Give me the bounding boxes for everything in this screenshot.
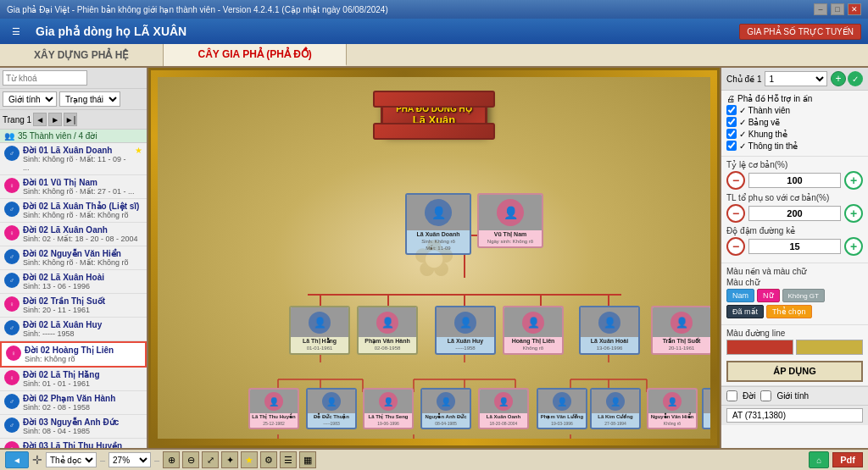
tab-family-tree[interactable]: CÂY GIA PHẢ (PHẢ ĐỒ) xyxy=(164,44,346,66)
pdf-btn[interactable]: Pdf xyxy=(832,452,863,467)
person-card-gen3-4[interactable]: 👤 Nguyễn Anh Đức 08-04-1985 xyxy=(420,388,471,429)
person-card-gen2-5[interactable]: 👤 Lã Xuân Hoài 13-06-1996 xyxy=(579,306,640,355)
apply-btn[interactable]: ÁP DỤNG xyxy=(726,361,863,382)
checkbox-member-input[interactable] xyxy=(726,105,737,115)
person-card-gen2-2[interactable]: 👤 Phạm Văn Hành 02-08-1958 xyxy=(357,306,418,355)
member-item[interactable]: ♀Đời 03 Lã Thị Thu HuyềnSinh: 25 - 12 - … xyxy=(0,439,147,448)
theme-select[interactable]: 123 xyxy=(765,71,827,86)
search-input[interactable] xyxy=(3,70,87,86)
person-card-gen3-9[interactable]: 👤 Lã Xuân Thảo Không rõ xyxy=(702,388,720,429)
checkbox-frame[interactable]: ✓ Khung thẻ xyxy=(726,129,863,139)
confirm-btn[interactable]: ✓ xyxy=(848,71,863,86)
tool-zoom-out[interactable]: ⊖ xyxy=(182,451,199,468)
person-card-gen3-8[interactable]: 👤 Nguyễn Văn Hiển Không rõ xyxy=(647,388,698,429)
line-width-decrease-btn[interactable]: − xyxy=(726,237,745,256)
scale-tl-value: 200 xyxy=(748,206,841,221)
add-theme-btn[interactable]: + xyxy=(831,71,846,86)
tool-gear[interactable]: ⚙ xyxy=(260,451,277,468)
avatar: 👤 xyxy=(379,392,398,411)
tab-build-tree[interactable]: XÂY DỰNG PHẢ HỆ xyxy=(0,44,164,66)
tool-star1[interactable]: ✦ xyxy=(221,451,238,468)
card-info: Ngày sinh: Không rõ xyxy=(479,239,542,246)
person-card-gen3-6[interactable]: 👤 Phạm Văn Lường 19-03-1996 xyxy=(537,388,587,429)
card-info: Không rõ xyxy=(504,346,562,353)
checkbox-frame-input[interactable] xyxy=(726,129,737,139)
member-item[interactable]: ♂Đời 02 Nguyễn Văn HiểnSinh: Không rõ · … xyxy=(0,246,147,270)
person-card-gen2-7[interactable]: 👤 Lã Xuân Thảo Không rõ xyxy=(719,306,720,355)
member-item[interactable]: ♂Đời 03 Nguyễn Anh ĐứcSinh: 08 - 04 - 19… xyxy=(0,415,147,439)
member-item[interactable]: ♀Đời 02 Hoàng Thị LiênSinh: Không rõ xyxy=(0,341,147,368)
member-avatar: ♂ xyxy=(4,249,19,264)
person-card-gen2-6[interactable]: 👤 Trần Thị Suốt 20-11-1961 xyxy=(651,306,712,355)
tool-zoom-in[interactable]: ⊕ xyxy=(163,451,180,468)
line-width-increase-btn[interactable]: + xyxy=(844,237,863,256)
card-photo: 👤 xyxy=(359,307,416,337)
tool-star2[interactable]: ★ xyxy=(241,451,258,468)
scale-tl-increase-btn[interactable]: + xyxy=(844,204,863,223)
avatar-female: 👤 xyxy=(497,199,524,226)
next-page-btn[interactable]: ► xyxy=(48,113,62,126)
member-item[interactable]: ♀Đời 01 Vũ Thị NamSinh: Không rõ · Mất: … xyxy=(0,175,147,199)
zoom-select[interactable]: 27% 50% 100% xyxy=(108,452,151,467)
checkbox-info[interactable]: ✓ Thông tin thẻ xyxy=(726,141,863,151)
member-item[interactable]: ♀Đời 02 Trần Thị SuốtSinh: 20 - 11 - 196… xyxy=(0,294,147,318)
hamburger-menu-btn[interactable]: ☰ xyxy=(7,25,25,39)
person-card-gen3-3[interactable]: 👤 Lã Thị Thu Seng 19-06-1996 xyxy=(363,388,414,429)
color-male-btn[interactable]: Nam xyxy=(726,289,754,302)
scale-tl-control: − 200 + xyxy=(726,204,863,223)
checkbox-board[interactable]: ✓ Bảng vẽ xyxy=(726,117,863,127)
online-service-btn[interactable]: GIA PHẢ SỐ TRỰC TUYẾN xyxy=(739,24,861,40)
prev-page-btn[interactable]: ◄ xyxy=(33,113,47,126)
footer-checkbox-doi[interactable] xyxy=(726,390,737,401)
tree-area[interactable]: ✿ PHẢ ĐỒ DÒNG HỌ Lã Xuân xyxy=(148,68,720,448)
line-width-value: 15 xyxy=(748,239,841,254)
member-item[interactable]: ♂Đời 02 Lã Xuân HoàiSinh: 13 - 06 - 1996 xyxy=(0,270,147,294)
tool-fit[interactable]: ⤢ xyxy=(202,451,219,468)
color-section: Màu nền và màu chữ Màu chữ Nam Nữ Không … xyxy=(721,263,868,325)
tool-grid[interactable]: ▦ xyxy=(299,451,316,468)
member-item[interactable]: ♀Đời 02 Lã Xuân OanhSinh: 02 · Mất: 18 -… xyxy=(0,223,147,246)
scale-increase-btn[interactable]: + xyxy=(844,171,863,190)
person-card-gen2-1[interactable]: 👤 Lã Thị Hằng 01-01-1961 xyxy=(289,306,350,355)
gender-filter[interactable]: Giới tính xyxy=(3,91,57,107)
checkbox-info-input[interactable] xyxy=(726,141,737,151)
person-card-gen1-female[interactable]: 👤 Vũ Thị Nam Ngày sinh: Không rõ xyxy=(477,193,543,248)
member-avatar: ♀ xyxy=(4,225,19,241)
color-neutral-btn[interactable]: Không GT xyxy=(782,289,825,302)
close-btn[interactable]: ✕ xyxy=(848,3,861,15)
member-item[interactable]: ♂Đời 02 Lã Xuân Thảo (Liệt sĩ)Sinh: Khôn… xyxy=(0,199,147,223)
card-info: Sinh: Không rõMất: 11-09 xyxy=(407,239,470,253)
person-card-gen1-male[interactable]: 👤 Lã Xuân Doanh Sinh: Không rõMất: 11-09 xyxy=(405,193,471,255)
maximize-btn[interactable]: □ xyxy=(831,3,844,15)
person-card-gen2-4[interactable]: 👤 Hoàng Thị Liên Không rõ xyxy=(503,306,564,355)
status-filter[interactable]: Trạng thái xyxy=(59,91,120,107)
scale-decrease-btn[interactable]: − xyxy=(726,171,745,190)
checkbox-board-input[interactable] xyxy=(726,117,737,127)
person-card-gen3-2[interactable]: 👤 Đỗ Đức Thuận -----1983 xyxy=(306,388,357,429)
tool-menu[interactable]: ☰ xyxy=(280,451,297,468)
member-info: Đời 02 Lã Xuân OanhSinh: 02 · Mất: 18 - … xyxy=(23,225,142,243)
scale-tl-decrease-btn[interactable]: − xyxy=(726,204,745,223)
home-btn[interactable]: ⌂ xyxy=(809,451,829,468)
last-page-btn[interactable]: ►| xyxy=(64,113,77,126)
member-item[interactable]: ♂Đời 02 Lã Xuân HuySinh: ----- 1958 xyxy=(0,318,147,341)
member-item[interactable]: ♂Đời 01 Lã Xuân DoanhSinh: Không rõ · Mấ… xyxy=(0,143,147,175)
line-color-1-btn[interactable] xyxy=(726,340,793,355)
person-card-gen3-1[interactable]: 👤 Lã Thị Thu Huyền 25-12-1982 xyxy=(248,388,299,429)
color-deceased-btn[interactable]: Đã mất xyxy=(726,305,764,318)
nav-back-btn[interactable]: ◄ xyxy=(5,451,29,468)
person-card-gen3-7[interactable]: 👤 Lã Kim Cương 27-08-1994 xyxy=(590,388,641,429)
footer-checkbox-gender[interactable] xyxy=(760,390,771,401)
color-female-btn[interactable]: Nữ xyxy=(757,289,780,302)
checkbox-member[interactable]: ✓ Thành viên xyxy=(726,105,863,115)
person-card-gen2-3[interactable]: 👤 Lã Xuân Huy -----1958 xyxy=(435,306,496,355)
line-color-2-btn[interactable] xyxy=(796,340,863,355)
color-selected-btn[interactable]: Thẻ chọn xyxy=(766,305,812,318)
person-card-gen3-5[interactable]: 👤 Lã Xuân Oanh 18-20-08-2004 xyxy=(478,388,529,429)
member-name: Đời 02 Phạm Văn Hành xyxy=(23,394,142,403)
minimize-btn[interactable]: – xyxy=(814,3,827,15)
view-mode-select[interactable]: Thẻ dọc Thẻ ngang xyxy=(46,452,97,467)
color-section-label: Màu nền và màu chữ xyxy=(726,267,863,276)
member-item[interactable]: ♀Đời 02 Lã Thị HằngSinh: 01 - 01 - 1961 xyxy=(0,368,147,391)
member-item[interactable]: ♂Đời 02 Phạm Văn HànhSinh: 02 - 08 - 195… xyxy=(0,391,147,415)
